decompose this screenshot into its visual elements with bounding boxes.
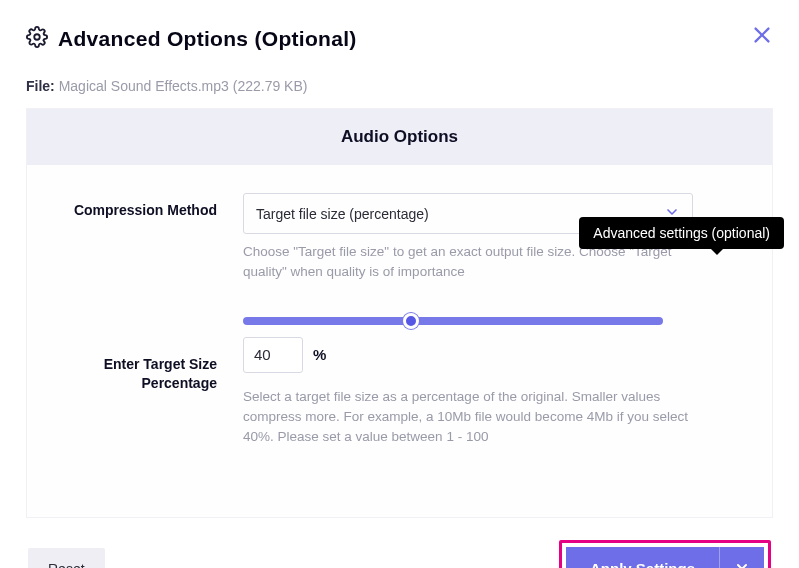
apply-settings-dropdown[interactable] [719,547,764,568]
file-info: File: Magical Sound Effects.mp3 (222.79 … [26,78,773,94]
dialog-title: Advanced Options (Optional) [58,27,357,51]
reset-button[interactable]: Reset [28,548,105,568]
compression-method-label: Compression Method [57,193,217,221]
target-size-helper: Select a target file size as a percentag… [243,387,693,448]
target-size-input[interactable] [243,337,303,373]
target-size-label: Enter Target Size Percentage [57,313,217,394]
target-size-slider[interactable] [243,317,663,325]
close-icon[interactable] [751,24,773,46]
panel-title: Audio Options [341,127,458,146]
chevron-down-icon [734,559,750,568]
panel-header: Audio Options [27,109,772,165]
advanced-options-dialog: Advanced Options (Optional) File: Magica… [0,0,799,568]
dialog-footer: Reset Apply Settings [26,540,773,568]
gear-icon [26,26,48,52]
apply-settings-group: Apply Settings [559,540,771,568]
dialog-header: Advanced Options (Optional) [26,26,773,52]
file-size: (222.79 KB) [233,78,308,94]
file-label: File: [26,78,55,94]
audio-options-panel: Audio Options Compression Method Target … [26,108,773,518]
target-size-row: Enter Target Size Percentage % Select a … [57,313,742,448]
advanced-settings-tooltip: Advanced settings (optional) [579,217,784,249]
apply-settings-button[interactable]: Apply Settings [566,547,719,568]
file-name: Magical Sound Effects.mp3 [59,78,229,94]
svg-point-0 [34,34,40,40]
compression-method-value: Target file size (percentage) [256,206,429,222]
percent-sign: % [313,346,326,363]
slider-thumb[interactable] [403,313,419,329]
